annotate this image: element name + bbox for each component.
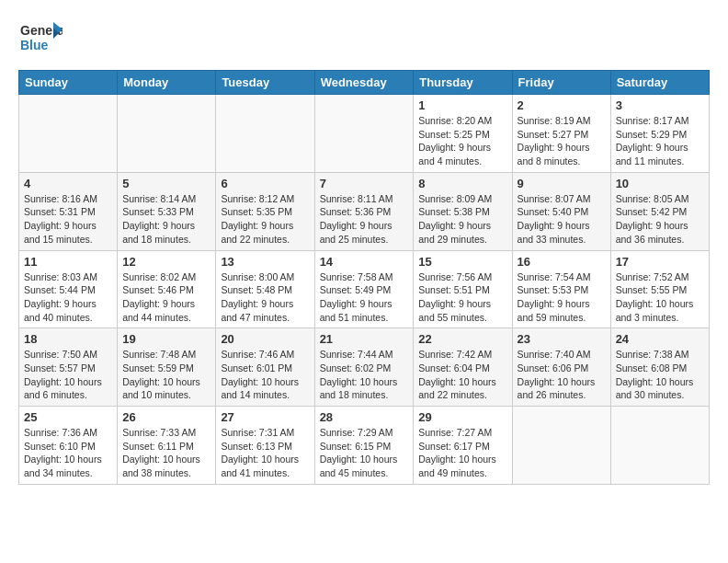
calendar-cell: 3Sunrise: 8:17 AM Sunset: 5:29 PM Daylig… [610,95,709,173]
calendar-cell: 26Sunrise: 7:33 AM Sunset: 6:11 PM Dayli… [118,407,216,485]
day-info: Sunrise: 8:02 AM Sunset: 5:46 PM Dayligh… [122,270,210,325]
calendar-cell: 25Sunrise: 7:36 AM Sunset: 6:10 PM Dayli… [19,407,118,485]
calendar-cell: 28Sunrise: 7:29 AM Sunset: 6:15 PM Dayli… [314,407,414,485]
day-number: 27 [221,410,309,424]
calendar-cell: 14Sunrise: 7:58 AM Sunset: 5:49 PM Dayli… [314,250,414,328]
logo-icon: General Blue [18,15,63,59]
calendar-cell [610,407,709,485]
day-info: Sunrise: 7:42 AM Sunset: 6:04 PM Dayligh… [418,348,506,402]
day-info: Sunrise: 7:33 AM Sunset: 6:11 PM Dayligh… [122,426,210,480]
day-number: 8 [418,177,506,190]
day-header-sunday: Sunday [19,71,118,95]
day-number: 21 [320,332,409,346]
day-header-saturday: Saturday [610,71,709,95]
day-number: 22 [418,332,506,346]
calendar-cell [216,95,314,173]
day-header-wednesday: Wednesday [314,71,414,95]
day-info: Sunrise: 7:44 AM Sunset: 6:02 PM Dayligh… [320,348,409,402]
svg-text:Blue: Blue [20,38,49,52]
day-number: 19 [122,332,210,346]
calendar: SundayMondayTuesdayWednesdayThursdayFrid… [18,70,710,485]
day-number: 17 [616,255,704,269]
day-number: 11 [24,255,112,269]
day-info: Sunrise: 8:17 AM Sunset: 5:29 PM Dayligh… [616,114,704,168]
day-number: 5 [122,177,210,190]
day-number: 3 [616,98,704,112]
calendar-cell: 23Sunrise: 7:40 AM Sunset: 6:06 PM Dayli… [512,328,610,407]
day-number: 12 [122,255,210,269]
calendar-cell: 19Sunrise: 7:48 AM Sunset: 5:59 PM Dayli… [118,328,216,407]
day-number: 23 [518,332,606,346]
day-number: 14 [320,255,409,269]
day-header-friday: Friday [512,71,610,95]
day-info: Sunrise: 7:52 AM Sunset: 5:55 PM Dayligh… [616,270,704,325]
day-info: Sunrise: 8:09 AM Sunset: 5:38 PM Dayligh… [418,192,506,247]
day-info: Sunrise: 7:40 AM Sunset: 6:06 PM Dayligh… [518,348,606,402]
calendar-cell: 10Sunrise: 8:05 AM Sunset: 5:42 PM Dayli… [610,172,709,250]
day-number: 10 [616,177,704,190]
day-info: Sunrise: 8:03 AM Sunset: 5:44 PM Dayligh… [24,270,112,325]
header: General Blue [18,15,710,63]
calendar-cell: 2Sunrise: 8:19 AM Sunset: 5:27 PM Daylig… [512,95,610,173]
calendar-cell: 16Sunrise: 7:54 AM Sunset: 5:53 PM Dayli… [512,250,610,328]
calendar-week-3: 11Sunrise: 8:03 AM Sunset: 5:44 PM Dayli… [19,250,710,328]
logo: General Blue [18,15,63,63]
calendar-cell: 22Sunrise: 7:42 AM Sunset: 6:04 PM Dayli… [414,328,512,407]
day-number: 20 [221,332,309,346]
day-header-tuesday: Tuesday [216,71,314,95]
day-number: 28 [320,410,409,424]
day-number: 18 [24,332,112,346]
logo-graphic: General Blue [18,15,63,63]
calendar-cell: 1Sunrise: 8:20 AM Sunset: 5:25 PM Daylig… [414,95,512,173]
calendar-cell: 12Sunrise: 8:02 AM Sunset: 5:46 PM Dayli… [118,250,216,328]
day-info: Sunrise: 7:38 AM Sunset: 6:08 PM Dayligh… [616,348,704,402]
day-number: 13 [221,255,309,269]
day-number: 4 [24,177,112,190]
day-number: 25 [24,410,112,424]
calendar-cell: 6Sunrise: 8:12 AM Sunset: 5:35 PM Daylig… [216,172,314,250]
day-number: 9 [518,177,606,190]
calendar-cell: 18Sunrise: 7:50 AM Sunset: 5:57 PM Dayli… [19,328,118,407]
day-info: Sunrise: 7:27 AM Sunset: 6:17 PM Dayligh… [418,426,506,480]
calendar-cell: 29Sunrise: 7:27 AM Sunset: 6:17 PM Dayli… [414,407,512,485]
calendar-week-5: 25Sunrise: 7:36 AM Sunset: 6:10 PM Dayli… [19,407,710,485]
calendar-cell: 17Sunrise: 7:52 AM Sunset: 5:55 PM Dayli… [610,250,709,328]
day-number: 29 [418,410,506,424]
day-info: Sunrise: 8:20 AM Sunset: 5:25 PM Dayligh… [418,114,506,168]
day-info: Sunrise: 7:36 AM Sunset: 6:10 PM Dayligh… [24,426,112,480]
day-info: Sunrise: 8:16 AM Sunset: 5:31 PM Dayligh… [24,192,112,247]
calendar-cell: 21Sunrise: 7:44 AM Sunset: 6:02 PM Dayli… [314,328,414,407]
calendar-cell: 27Sunrise: 7:31 AM Sunset: 6:13 PM Dayli… [216,407,314,485]
day-info: Sunrise: 7:29 AM Sunset: 6:15 PM Dayligh… [320,426,409,480]
calendar-cell [118,95,216,173]
day-number: 16 [518,255,606,269]
day-info: Sunrise: 7:48 AM Sunset: 5:59 PM Dayligh… [122,348,210,402]
calendar-cell: 7Sunrise: 8:11 AM Sunset: 5:36 PM Daylig… [314,172,414,250]
calendar-cell: 24Sunrise: 7:38 AM Sunset: 6:08 PM Dayli… [610,328,709,407]
day-number: 2 [518,98,606,112]
day-info: Sunrise: 8:14 AM Sunset: 5:33 PM Dayligh… [122,192,210,247]
calendar-week-4: 18Sunrise: 7:50 AM Sunset: 5:57 PM Dayli… [19,328,710,407]
day-number: 1 [418,98,506,112]
day-number: 26 [122,410,210,424]
day-info: Sunrise: 7:58 AM Sunset: 5:49 PM Dayligh… [320,270,409,325]
calendar-cell: 15Sunrise: 7:56 AM Sunset: 5:51 PM Dayli… [414,250,512,328]
calendar-cell: 11Sunrise: 8:03 AM Sunset: 5:44 PM Dayli… [19,250,118,328]
day-info: Sunrise: 8:12 AM Sunset: 5:35 PM Dayligh… [221,192,309,247]
day-info: Sunrise: 8:00 AM Sunset: 5:48 PM Dayligh… [221,270,309,325]
day-number: 6 [221,177,309,190]
calendar-cell: 20Sunrise: 7:46 AM Sunset: 6:01 PM Dayli… [216,328,314,407]
calendar-cell: 4Sunrise: 8:16 AM Sunset: 5:31 PM Daylig… [19,172,118,250]
calendar-week-1: 1Sunrise: 8:20 AM Sunset: 5:25 PM Daylig… [19,95,710,173]
calendar-header-row: SundayMondayTuesdayWednesdayThursdayFrid… [19,71,710,95]
calendar-cell: 9Sunrise: 8:07 AM Sunset: 5:40 PM Daylig… [512,172,610,250]
calendar-cell [19,95,118,173]
day-info: Sunrise: 7:50 AM Sunset: 5:57 PM Dayligh… [24,348,112,402]
day-number: 24 [616,332,704,346]
day-info: Sunrise: 8:19 AM Sunset: 5:27 PM Dayligh… [518,114,606,168]
day-info: Sunrise: 8:07 AM Sunset: 5:40 PM Dayligh… [518,192,606,247]
day-info: Sunrise: 7:46 AM Sunset: 6:01 PM Dayligh… [221,348,309,402]
day-info: Sunrise: 7:31 AM Sunset: 6:13 PM Dayligh… [221,426,309,480]
day-info: Sunrise: 8:11 AM Sunset: 5:36 PM Dayligh… [320,192,409,247]
day-info: Sunrise: 7:56 AM Sunset: 5:51 PM Dayligh… [418,270,506,325]
